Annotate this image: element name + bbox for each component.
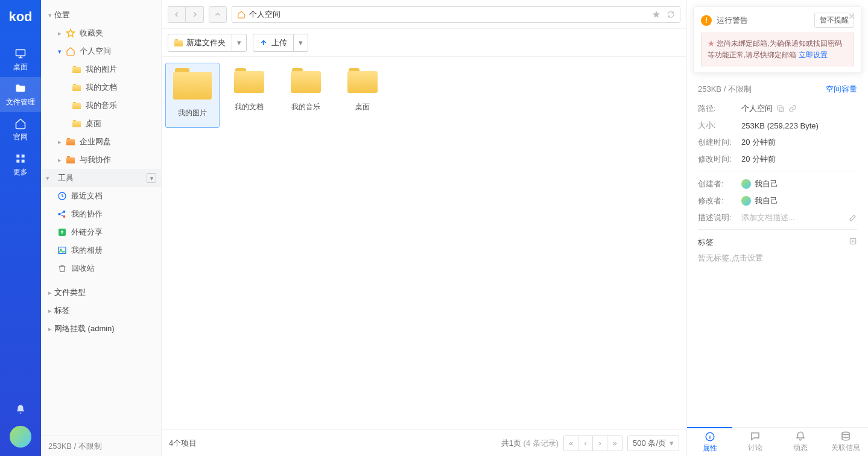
app-logo: kod: [0, 5, 41, 29]
tree-shared[interactable]: ▸与我协作: [41, 151, 161, 169]
tree-enterprise[interactable]: ▸企业网盘: [41, 133, 161, 151]
nav-up-button[interactable]: [209, 6, 227, 23]
path-segment[interactable]: 个人空间: [249, 9, 280, 20]
tools-dropdown-icon[interactable]: ▾: [147, 173, 156, 183]
item-count: 4个项目: [169, 438, 197, 449]
prop-mtime: 20 分钟前: [741, 154, 776, 165]
upload-dropdown[interactable]: ▾: [294, 34, 308, 52]
rail-website[interactable]: 官网: [0, 112, 41, 147]
star-icon: [652, 10, 661, 19]
warning-card: ✕ ! 运行警告 暂不提醒 ★ 您尚未绑定邮箱,为确保通知或找回密码等功能正常,…: [693, 6, 862, 73]
page-prev-button[interactable]: ‹: [578, 436, 593, 451]
file-item[interactable]: 我的文档: [222, 63, 276, 128]
description-input[interactable]: 添加文档描述...: [741, 212, 849, 223]
rail-desktop[interactable]: 桌面: [0, 42, 41, 77]
tree-desktop[interactable]: 桌面: [41, 115, 161, 133]
tool-collab[interactable]: 我的协作: [41, 205, 161, 223]
home-icon: [65, 46, 76, 57]
tree-personal[interactable]: ▾个人空间: [41, 42, 161, 60]
database-icon: [840, 431, 851, 442]
arrow-left-icon: [173, 11, 180, 18]
tool-links[interactable]: 外链分享: [41, 223, 161, 241]
tool-recent[interactable]: 最近文档: [41, 187, 161, 205]
file-item[interactable]: 我的图片: [165, 63, 220, 128]
upload-icon: [259, 39, 268, 47]
file-grid[interactable]: 我的图片 我的文档 我的音乐 桌面: [162, 57, 686, 429]
sidebar: ▾位置 ▸收藏夹 ▾个人空间 我的图片 我的文档 我的音乐 桌面 ▸企业网盘 ▸…: [41, 0, 162, 456]
page-last-button[interactable]: »: [607, 436, 622, 451]
tree-filetype[interactable]: ▸文件类型: [41, 283, 161, 302]
tag-add-icon[interactable]: [849, 237, 857, 245]
avatar: [741, 196, 751, 206]
link-icon[interactable]: [788, 104, 797, 113]
share-icon: [57, 209, 68, 220]
bell-icon: [795, 431, 806, 442]
prop-creator: 我自己: [741, 179, 778, 189]
tree-tags[interactable]: ▸标签: [41, 302, 161, 320]
bell-icon: [15, 404, 26, 415]
tab-related[interactable]: 关联信息: [823, 428, 868, 456]
tree-mypictures[interactable]: 我的图片: [41, 60, 161, 78]
arrow-up-icon: [214, 11, 221, 18]
new-folder-button[interactable]: 新建文件夹: [168, 34, 232, 52]
warning-title: 运行警告: [717, 15, 809, 26]
svg-rect-13: [778, 106, 782, 110]
warning-action-link[interactable]: 立即设置: [799, 51, 828, 59]
svg-rect-0: [16, 49, 25, 55]
clock-icon: [57, 191, 68, 201]
svg-rect-4: [22, 159, 25, 162]
folder-icon: [234, 68, 264, 93]
tags-placeholder[interactable]: 暂无标签,点击设置: [698, 253, 857, 264]
warning-icon: !: [701, 15, 712, 26]
rail-more[interactable]: 更多: [0, 147, 41, 182]
prop-path: 个人空间: [741, 103, 797, 114]
edit-icon[interactable]: [849, 214, 857, 222]
user-avatar[interactable]: [10, 426, 31, 448]
tab-activity[interactable]: 动态: [778, 428, 823, 456]
main-area: 个人空间 新建文件夹 ▾ 上传 ▾ 我的图片 我的文档 我的音乐 桌面: [162, 0, 687, 456]
page-next-button[interactable]: ›: [593, 436, 607, 451]
home-icon: [14, 118, 27, 130]
tool-trash[interactable]: 回收站: [41, 259, 161, 277]
breadcrumb[interactable]: 个人空间: [232, 6, 680, 23]
tree-mymusic[interactable]: 我的音乐: [41, 97, 161, 115]
svg-point-8: [63, 215, 65, 218]
trash-icon: [57, 263, 68, 274]
new-folder-dropdown[interactable]: ▾: [232, 34, 247, 52]
refresh-button[interactable]: [667, 10, 675, 19]
nav-forward-button[interactable]: [186, 6, 204, 23]
page-first-button[interactable]: «: [564, 436, 578, 451]
tree-location[interactable]: ▾位置: [41, 6, 161, 24]
upload-button[interactable]: 上传: [253, 34, 294, 52]
copy-icon[interactable]: [776, 104, 785, 113]
tree-tools[interactable]: ▾工具▾: [41, 169, 161, 187]
warning-close-button[interactable]: ✕: [848, 11, 855, 21]
quota-link[interactable]: 空间容量: [826, 84, 857, 95]
prop-modifier: 我自己: [741, 195, 778, 206]
tree-mydocs[interactable]: 我的文档: [41, 78, 161, 97]
svg-rect-1: [16, 154, 19, 157]
notification-bell[interactable]: [15, 404, 26, 415]
file-item[interactable]: 桌面: [335, 63, 390, 128]
home-icon: [237, 10, 246, 19]
favorite-star-button[interactable]: [652, 10, 661, 19]
grid-icon: [14, 153, 27, 165]
tool-album[interactable]: 我的相册: [41, 241, 161, 259]
tab-discussion[interactable]: 讨论: [732, 428, 778, 456]
tree-netmount[interactable]: ▸网络挂载 (admin): [41, 320, 161, 338]
file-item[interactable]: 我的音乐: [279, 63, 333, 128]
quota-summary: 253KB / 不限制: [698, 84, 752, 95]
arrow-right-icon: [191, 11, 198, 18]
folder-icon: [71, 100, 82, 111]
svg-rect-10: [59, 247, 66, 254]
per-page-select[interactable]: 500 条/页▾: [627, 435, 679, 451]
folder-icon: [65, 136, 76, 147]
folder-icon: [71, 82, 82, 93]
nav-back-button[interactable]: [168, 6, 186, 23]
pager: « ‹ › »: [563, 435, 622, 451]
tree-favorites[interactable]: ▸收藏夹: [41, 24, 161, 42]
svg-rect-3: [16, 159, 19, 162]
rail-filemanager[interactable]: 文件管理: [0, 77, 41, 112]
tab-properties[interactable]: 属性: [687, 427, 732, 456]
folder-icon: [347, 68, 378, 93]
